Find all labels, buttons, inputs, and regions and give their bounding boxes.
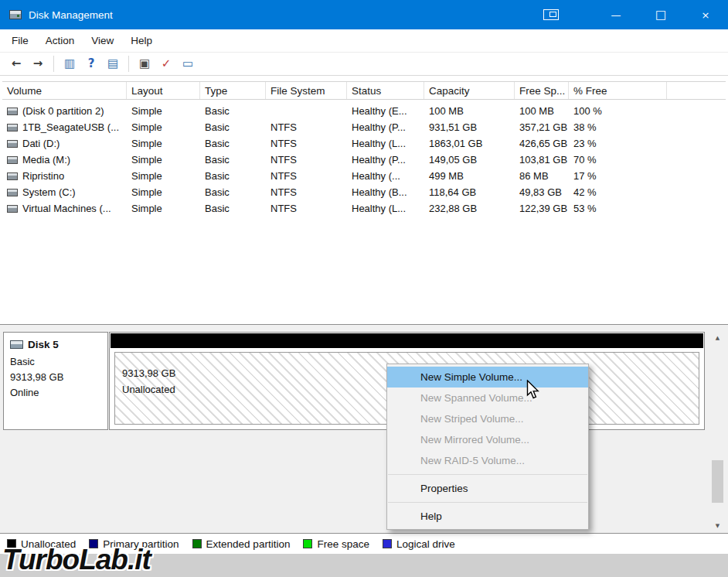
- column-header[interactable]: File System: [266, 82, 347, 99]
- table-cell: 118,64 GB: [424, 184, 515, 200]
- table-cell: 70 %: [569, 152, 667, 168]
- table-cell: Basic: [200, 103, 266, 119]
- window-title: Disk Management: [29, 9, 113, 21]
- toolbar-separator: [128, 56, 129, 72]
- unallocated-color-strip: [111, 333, 703, 348]
- column-header[interactable]: Free Sp...: [515, 82, 569, 99]
- table-cell: NTFS: [266, 200, 347, 217]
- column-header[interactable]: Volume: [2, 82, 127, 99]
- screen-icon: ▭: [182, 58, 193, 70]
- check-disk-icon: ✓: [162, 58, 172, 70]
- table-cell: 357,21 GB: [515, 119, 569, 135]
- table-cell: 38 %: [569, 119, 667, 135]
- action-pane-icon[interactable]: ▣: [134, 54, 155, 74]
- check-disk-icon[interactable]: ✓: [155, 54, 177, 74]
- context-menu-item[interactable]: New Simple Volume...: [387, 367, 588, 388]
- legend-item: Logical drive: [383, 538, 455, 550]
- table-cell: 42 %: [569, 184, 667, 200]
- volume-row[interactable]: System (C:)SimpleBasicNTFSHealthy (B...1…: [2, 184, 728, 200]
- table-cell: 49,83 GB: [515, 184, 569, 200]
- volume-row[interactable]: Media (M:)SimpleBasicNTFSHealthy (P...14…: [2, 152, 728, 168]
- screen-icon[interactable]: ▭: [177, 54, 199, 74]
- table-cell: 149,05 GB: [424, 152, 515, 168]
- volume-row[interactable]: RipristinoSimpleBasicNTFSHealthy (...499…: [2, 168, 728, 184]
- column-header[interactable]: Capacity: [424, 82, 515, 99]
- volume-row[interactable]: 1TB_SeagateUSB (...SimpleBasicNTFSHealth…: [2, 119, 728, 135]
- volume-row[interactable]: (Disk 0 partition 2)SimpleBasicHealthy (…: [2, 103, 728, 119]
- scrollbar-thumb[interactable]: [712, 460, 723, 503]
- table-cell: 426,65 GB: [515, 135, 569, 152]
- volume-cell: System (C:): [2, 184, 127, 200]
- legend-item: Extended partition: [192, 538, 291, 550]
- table-cell: Healthy (P...: [347, 119, 424, 135]
- titlebar-extra-window-icon[interactable]: [543, 9, 559, 20]
- mouse-cursor: [526, 380, 541, 401]
- table-cell: 86 MB: [515, 168, 569, 184]
- volume-icon: [7, 189, 18, 196]
- help-icon[interactable]: ?: [80, 54, 102, 74]
- table-cell: Basic: [200, 168, 266, 184]
- table-cell: 122,39 GB: [515, 200, 569, 217]
- console-tree-icon[interactable]: ▥: [59, 54, 80, 74]
- toolbar: ←→▥?▤▣✓▭: [0, 53, 728, 76]
- menu-file[interactable]: File: [3, 35, 37, 46]
- disk-info-box[interactable]: Disk 5 Basic 9313,98 GB Online: [3, 332, 108, 430]
- table-cell: Simple: [127, 103, 200, 119]
- table-cell: Basic: [200, 152, 266, 168]
- context-menu-item[interactable]: Properties: [387, 478, 588, 499]
- menu-action[interactable]: Action: [37, 35, 83, 46]
- console-tree-icon: ▥: [64, 58, 75, 70]
- column-header[interactable]: Type: [200, 82, 266, 99]
- scroll-up-icon[interactable]: ▲: [711, 331, 724, 344]
- export-list-icon: ▤: [107, 58, 118, 70]
- volume-table-header: VolumeLayoutTypeFile SystemStatusCapacit…: [2, 81, 726, 100]
- context-menu-item: New Spanned Volume...: [387, 388, 588, 408]
- export-list-icon[interactable]: ▤: [102, 54, 124, 74]
- volume-list-pane: VolumeLayoutTypeFile SystemStatusCapacit…: [0, 76, 728, 324]
- table-cell: Simple: [127, 135, 200, 152]
- table-cell: Simple: [127, 152, 200, 168]
- volume-icon: [7, 156, 18, 164]
- volume-cell: Ripristino: [2, 168, 127, 184]
- volume-icon: [7, 108, 18, 115]
- disk-management-icon: [9, 10, 22, 19]
- volume-cell: (Disk 0 partition 2): [2, 103, 127, 119]
- maximize-button[interactable]: □: [638, 0, 683, 29]
- column-header[interactable]: Status: [347, 82, 424, 99]
- context-menu-item: New Mirrored Volume...: [387, 429, 588, 450]
- forward-icon: →: [33, 58, 43, 70]
- table-cell: 17 %: [569, 168, 667, 184]
- context-menu-item: New RAID-5 Volume...: [387, 450, 588, 471]
- vertical-scrollbar[interactable]: ▲ ▼: [711, 331, 724, 532]
- table-cell: 23 %: [569, 135, 667, 152]
- table-cell: Simple: [127, 200, 200, 217]
- column-header[interactable]: Layout: [127, 82, 200, 99]
- table-cell: 232,88 GB: [424, 200, 515, 217]
- menu-view[interactable]: View: [83, 35, 122, 46]
- close-button[interactable]: ×: [683, 0, 728, 29]
- table-cell: NTFS: [266, 184, 347, 200]
- volume-table-body: (Disk 0 partition 2)SimpleBasicHealthy (…: [2, 103, 728, 217]
- disk-icon: [10, 340, 23, 349]
- volume-cell: Virtual Machines (...: [2, 200, 127, 217]
- forward-icon[interactable]: →: [27, 54, 49, 74]
- disk-status: Online: [10, 385, 107, 401]
- volume-row[interactable]: Virtual Machines (...SimpleBasicNTFSHeal…: [2, 200, 728, 217]
- back-icon[interactable]: ←: [5, 54, 27, 74]
- context-menu-item[interactable]: Help: [387, 506, 588, 527]
- column-header-filler: [667, 82, 726, 99]
- scroll-down-icon[interactable]: ▼: [711, 519, 724, 532]
- minimize-button[interactable]: —: [594, 0, 638, 29]
- table-cell: Basic: [200, 200, 266, 217]
- table-cell: 100 %: [569, 103, 667, 119]
- menubar: FileActionViewHelp: [0, 29, 728, 53]
- legend-item: Free space: [303, 538, 369, 550]
- volume-row[interactable]: Dati (D:)SimpleBasicNTFSHealthy (L...186…: [2, 135, 728, 152]
- menu-separator: [388, 474, 587, 475]
- table-cell: Healthy (...: [347, 168, 424, 184]
- column-header[interactable]: % Free: [569, 82, 667, 99]
- volume-icon: [7, 205, 18, 213]
- titlebar: Disk Management — □ ×: [0, 0, 728, 29]
- disk-name: Disk 5: [28, 339, 59, 350]
- menu-help[interactable]: Help: [122, 35, 161, 46]
